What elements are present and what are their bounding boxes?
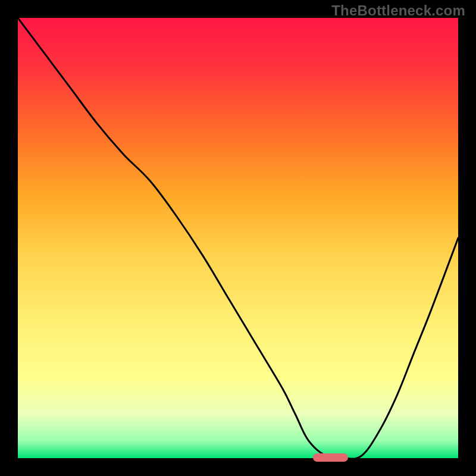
chart-background — [18, 18, 458, 458]
plot-area — [18, 18, 458, 458]
chart-svg — [18, 18, 458, 458]
watermark-text: TheBottleneck.com — [331, 2, 465, 19]
optimal-marker — [313, 453, 348, 462]
stage: TheBottleneck.com — [0, 0, 476, 476]
